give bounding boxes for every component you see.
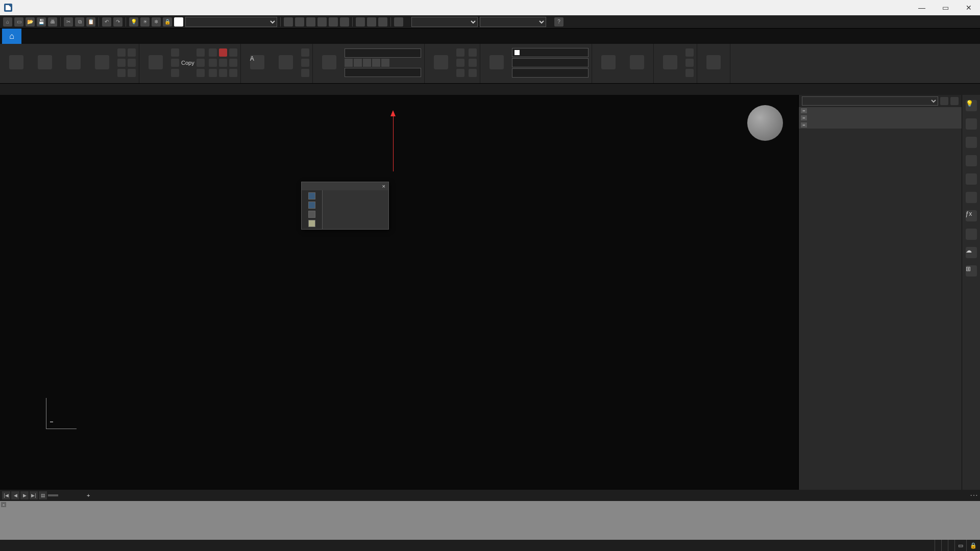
util-more-2[interactable] [685, 58, 694, 67]
dimension-tool[interactable] [273, 55, 299, 70]
maximize-button[interactable]: ▭ [938, 4, 952, 12]
anno-more-2[interactable] [301, 58, 309, 67]
selection-dropdown[interactable] [802, 96, 938, 106]
copy-icon[interactable]: ⧉ [75, 17, 84, 27]
lock-icon[interactable]: 🔒 [163, 17, 172, 27]
tool-icon-4[interactable] [317, 17, 327, 27]
layer-dropdown[interactable] [185, 17, 277, 27]
visual-style-dropdown[interactable] [411, 17, 478, 27]
help-icon[interactable]: ? [554, 17, 564, 27]
ribbon-overflow-button[interactable]: ⋯ [970, 490, 978, 500]
draw-more-5[interactable] [128, 58, 136, 67]
side-settings-icon[interactable] [966, 137, 977, 148]
tool-icon-1[interactable] [284, 17, 293, 27]
draw-more-2[interactable] [117, 58, 126, 67]
side-sheet-icon[interactable] [966, 173, 977, 185]
anno-more-3[interactable] [301, 68, 309, 78]
freeze-icon[interactable]: ❄ [152, 17, 161, 27]
draw-more-1[interactable] [117, 48, 126, 57]
side-grid-icon[interactable]: ⊞ [966, 265, 977, 277]
draw-more-4[interactable] [128, 48, 136, 57]
edit-block-tool[interactable] [456, 68, 467, 78]
anno-more-1[interactable] [301, 48, 309, 57]
blockify-tool[interactable] [456, 58, 467, 67]
move-tool[interactable] [171, 48, 194, 57]
block-more-1[interactable] [469, 48, 477, 57]
hatch-isolate-icon[interactable] [308, 211, 315, 218]
copy-guided-tool[interactable] [142, 55, 169, 70]
tool-icon-10[interactable] [394, 17, 403, 27]
layout-first-button[interactable]: |◀ [2, 491, 10, 499]
util-more-1[interactable] [685, 48, 694, 57]
layer-linetype-dropdown[interactable] [512, 58, 589, 67]
modify-more-5[interactable] [229, 58, 237, 67]
view-cube[interactable] [747, 105, 783, 141]
color-dropdown[interactable] [512, 48, 589, 57]
prop-section-misc[interactable]: − [799, 121, 962, 129]
swatch-icon[interactable] [174, 17, 183, 27]
dwg-compare-tool[interactable] [700, 55, 727, 70]
modify-more-3[interactable] [209, 68, 227, 78]
pick-add-icon[interactable] [950, 97, 959, 105]
layer-state-dropdown[interactable] [345, 48, 421, 58]
modify-more-2[interactable] [209, 58, 227, 67]
mirror-tool[interactable] [197, 58, 207, 67]
hatch-bulb-icon[interactable] [308, 220, 315, 227]
save-icon[interactable]: 💾 [37, 17, 46, 27]
side-cloud-icon[interactable]: ☁ [966, 247, 977, 258]
side-bulb-icon[interactable]: 💡 [966, 100, 977, 111]
block-more-2[interactable] [469, 58, 477, 67]
util-more-3[interactable] [685, 68, 694, 78]
copy-tool[interactable]: Copy [171, 58, 194, 67]
layout-next-button[interactable]: ▶ [20, 491, 29, 499]
redo-icon[interactable]: ↷ [113, 17, 122, 27]
undo-icon[interactable]: ↶ [102, 17, 111, 27]
workspace-dropdown[interactable] [480, 17, 546, 27]
home-icon[interactable]: ⌂ [3, 17, 12, 27]
layer-filter-dropdown[interactable] [345, 68, 421, 77]
cmd-close-button[interactable]: × [1, 502, 6, 507]
arc-tool[interactable] [60, 55, 87, 70]
sun-icon[interactable]: ☀ [140, 17, 150, 27]
block-more-3[interactable] [469, 68, 477, 78]
paste-icon[interactable]: 📋 [86, 17, 95, 27]
status-lock-icon[interactable]: 🔒 [966, 540, 980, 551]
model-tab[interactable] [48, 494, 58, 496]
layer-ic-3[interactable] [363, 59, 371, 67]
line-tool[interactable] [3, 55, 30, 70]
quick-select-icon[interactable] [940, 97, 948, 105]
close-button[interactable]: ✕ [962, 4, 976, 12]
layout2-tab[interactable] [70, 494, 81, 496]
minimize-button[interactable]: — [915, 4, 929, 12]
status-style[interactable] [941, 540, 948, 551]
group-tool[interactable] [595, 55, 622, 70]
layout-prev-button[interactable]: ◀ [11, 491, 19, 499]
linetype-dropdown[interactable] [512, 68, 589, 78]
layout-list-button[interactable]: ▤ [39, 491, 47, 499]
tool-icon-5[interactable] [329, 17, 338, 27]
layer-ic-5[interactable] [381, 59, 389, 67]
circle-tool[interactable] [89, 55, 115, 70]
tool-icon-3[interactable] [306, 17, 315, 27]
rotate-tool[interactable] [197, 48, 207, 57]
status-font[interactable] [935, 540, 941, 551]
modify-more-1[interactable] [209, 48, 227, 57]
layer-ic-2[interactable] [354, 59, 362, 67]
layer-ic-4[interactable] [372, 59, 380, 67]
tool-icon-8[interactable] [367, 17, 376, 27]
side-structure-icon[interactable] [966, 155, 977, 166]
tool-icon-7[interactable] [356, 17, 365, 27]
layout1-tab[interactable] [59, 494, 69, 496]
hatch-select-icon[interactable] [308, 192, 315, 199]
side-fx-icon[interactable]: ƒx [966, 210, 977, 221]
side-content-icon[interactable] [966, 229, 977, 240]
ungroup-tool[interactable] [624, 55, 650, 70]
draw-more-3[interactable] [117, 68, 126, 78]
tool-icon-9[interactable] [378, 17, 387, 27]
new-icon[interactable]: ▭ [14, 17, 23, 27]
print-icon[interactable]: 🖶 [48, 17, 57, 27]
create-block-tool[interactable] [456, 48, 467, 57]
command-line[interactable]: × [0, 501, 980, 540]
prop-section-general[interactable]: − [799, 107, 962, 114]
insert-block-tool[interactable] [428, 55, 454, 70]
